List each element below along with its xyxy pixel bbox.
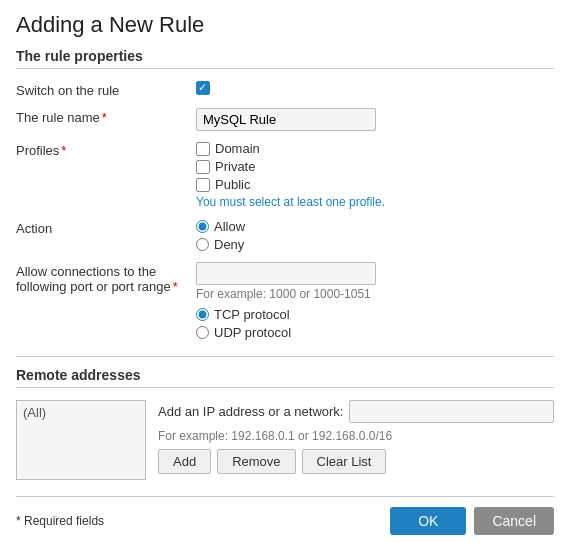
profiles-group: Domain Private Public (196, 141, 554, 192)
profile-public-label: Public (215, 177, 250, 192)
profiles-label: Profiles* (16, 141, 196, 158)
port-label: Allow connections to the following port … (16, 262, 196, 294)
profiles-control: Domain Private Public You must select at… (196, 141, 554, 209)
switch-on-row: Switch on the rule (16, 81, 554, 98)
action-allow-radio[interactable] (196, 220, 209, 233)
rule-properties-section: The rule properties Switch on the rule T… (16, 48, 554, 340)
footer: * Required fields OK Cancel (16, 496, 554, 535)
page-container: Adding a New Rule The rule properties Sw… (0, 0, 570, 543)
add-ip-label: Add an IP address or a network: (158, 404, 343, 419)
profile-public-item[interactable]: Public (196, 177, 554, 192)
add-button[interactable]: Add (158, 449, 211, 474)
remote-inner: (All) Add an IP address or a network: Fo… (16, 400, 554, 480)
port-control: For example: 1000 or 1000-1051 TCP proto… (196, 262, 554, 340)
protocol-udp-label: UDP protocol (214, 325, 291, 340)
clear-list-button[interactable]: Clear List (302, 449, 387, 474)
ip-list-placeholder: (All) (23, 405, 46, 420)
profile-private-item[interactable]: Private (196, 159, 554, 174)
add-ip-row: Add an IP address or a network: (158, 400, 554, 423)
action-allow-label: Allow (214, 219, 245, 234)
port-input[interactable] (196, 262, 376, 285)
profile-public-checkbox[interactable] (196, 178, 210, 192)
port-required: * (173, 279, 178, 294)
profile-domain-item[interactable]: Domain (196, 141, 554, 156)
ip-list-box: (All) (16, 400, 146, 480)
profile-domain-label: Domain (215, 141, 260, 156)
protocol-tcp-item[interactable]: TCP protocol (196, 307, 554, 322)
profiles-validation: You must select at least one profile. (196, 195, 554, 209)
ok-button[interactable]: OK (390, 507, 466, 535)
remote-addresses-section: Remote addresses (All) Add an IP address… (16, 356, 554, 480)
action-label: Action (16, 219, 196, 236)
remote-right: Add an IP address or a network: For exam… (158, 400, 554, 474)
page-title: Adding a New Rule (16, 12, 554, 38)
ip-example: For example: 192.168.0.1 or 192.168.0.0/… (158, 429, 554, 443)
action-radio-group: Allow Deny (196, 219, 554, 252)
protocol-udp-radio[interactable] (196, 326, 209, 339)
action-deny-radio[interactable] (196, 238, 209, 251)
protocol-tcp-label: TCP protocol (214, 307, 290, 322)
port-hint: For example: 1000 or 1000-1051 (196, 287, 554, 301)
rule-name-required: * (102, 110, 107, 125)
rule-name-input[interactable] (196, 108, 376, 131)
remote-addresses-heading: Remote addresses (16, 367, 554, 388)
rule-name-row: The rule name* (16, 108, 554, 131)
rule-name-label: The rule name* (16, 108, 196, 125)
port-row: Allow connections to the following port … (16, 262, 554, 340)
profiles-required: * (61, 143, 66, 158)
required-fields-note: * Required fields (16, 514, 104, 528)
cancel-button[interactable]: Cancel (474, 507, 554, 535)
profile-domain-checkbox[interactable] (196, 142, 210, 156)
protocol-udp-item[interactable]: UDP protocol (196, 325, 554, 340)
profile-private-checkbox[interactable] (196, 160, 210, 174)
switch-on-label: Switch on the rule (16, 81, 196, 98)
add-ip-input[interactable] (349, 400, 554, 423)
action-row: Action Allow Deny (16, 219, 554, 252)
rule-properties-heading: The rule properties (16, 48, 554, 69)
switch-on-control (196, 81, 554, 98)
action-deny-label: Deny (214, 237, 244, 252)
protocol-tcp-radio[interactable] (196, 308, 209, 321)
protocol-radio-group: TCP protocol UDP protocol (196, 307, 554, 340)
profile-private-label: Private (215, 159, 255, 174)
remove-button[interactable]: Remove (217, 449, 295, 474)
footer-buttons: OK Cancel (390, 507, 554, 535)
btn-row: Add Remove Clear List (158, 449, 554, 474)
switch-on-checkbox[interactable] (196, 81, 210, 95)
action-allow-item[interactable]: Allow (196, 219, 554, 234)
action-control: Allow Deny (196, 219, 554, 252)
action-deny-item[interactable]: Deny (196, 237, 554, 252)
profiles-row: Profiles* Domain Private Public (16, 141, 554, 209)
rule-name-control (196, 108, 554, 131)
